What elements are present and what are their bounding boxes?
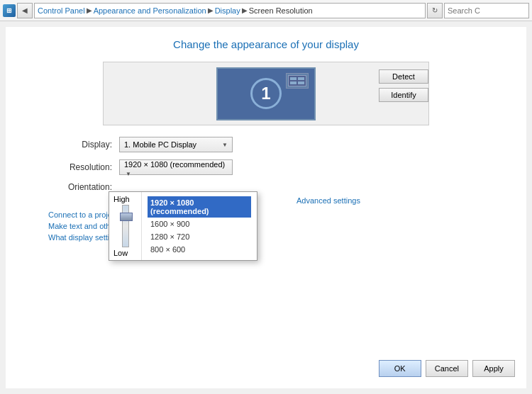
monitor-thumbnail bbox=[286, 73, 309, 89]
breadcrumb-current: Screen Resolution bbox=[249, 6, 313, 15]
display-dropdown[interactable]: 1. Mobile PC Display ▼ bbox=[119, 137, 233, 152]
thumb-cell-4 bbox=[298, 81, 304, 84]
resolution-row: Resolution: 1920 × 1080 (recommended) ▼ bbox=[48, 159, 512, 175]
display-row: Display: 1. Mobile PC Display ▼ bbox=[48, 137, 512, 152]
thumb-cell-2 bbox=[298, 77, 304, 80]
cancel-button[interactable]: Cancel bbox=[426, 360, 468, 377]
advanced-settings-link[interactable]: Advanced settings bbox=[297, 196, 512, 205]
thumb-cell-3 bbox=[290, 81, 297, 84]
breadcrumb-display[interactable]: Display bbox=[215, 6, 240, 15]
orientation-label: Orientation: bbox=[48, 182, 119, 192]
detect-button[interactable]: Detect bbox=[379, 69, 428, 84]
orientation-row: Orientation: bbox=[48, 182, 512, 192]
slider-high-label: High bbox=[111, 195, 130, 203]
settings-area: Display: 1. Mobile PC Display ▼ Resoluti… bbox=[48, 137, 512, 192]
resolution-dropdown-popup: High Low 1920 × 1080 (recommended) 1600 … bbox=[109, 191, 257, 261]
refresh-button[interactable]: ↻ bbox=[427, 3, 443, 18]
address-bar: ⊞ ◀ Control Panel ▶ Appearance and Perso… bbox=[0, 0, 532, 21]
main-content: Change the appearance of your display 1 … bbox=[6, 27, 526, 388]
display-value: 1. Mobile PC Display bbox=[124, 140, 196, 149]
resolution-option-0[interactable]: 1920 × 1080 (recommended) bbox=[148, 196, 251, 218]
resolution-slider-side: High Low bbox=[109, 192, 142, 260]
display-arrow-icon: ▼ bbox=[222, 142, 228, 148]
page-title: Change the appearance of your display bbox=[20, 38, 512, 50]
resolution-slider[interactable] bbox=[122, 205, 129, 247]
ok-button[interactable]: OK bbox=[379, 360, 421, 377]
monitor-graphic: 1 bbox=[216, 67, 316, 120]
resolution-options-list: 1920 × 1080 (recommended) 1600 × 900 128… bbox=[142, 192, 257, 260]
resolution-value: 1920 × 1080 (recommended) bbox=[124, 160, 225, 169]
apply-button[interactable]: Apply bbox=[472, 360, 515, 377]
slider-low-label: Low bbox=[111, 249, 128, 257]
monitor-thumb-inner bbox=[288, 75, 306, 86]
resolution-option-3[interactable]: 800 × 600 bbox=[148, 243, 251, 256]
display-preview: 1 Detect Identify bbox=[103, 62, 429, 125]
breadcrumb-control-panel[interactable]: Control Panel bbox=[38, 6, 85, 15]
back-button[interactable]: ◀ bbox=[17, 3, 33, 18]
breadcrumb: Control Panel ▶ Appearance and Personali… bbox=[34, 3, 426, 18]
monitor-number: 1 bbox=[250, 78, 282, 109]
bottom-buttons: OK Cancel Apply bbox=[379, 360, 515, 377]
search-input[interactable] bbox=[444, 3, 529, 18]
resolution-arrow-icon: ▼ bbox=[126, 171, 131, 177]
sep3: ▶ bbox=[242, 6, 248, 14]
slider-thumb[interactable] bbox=[120, 213, 133, 221]
display-label: Display: bbox=[48, 140, 119, 150]
thumb-cell-1 bbox=[290, 77, 297, 80]
resolution-option-1[interactable]: 1600 × 900 bbox=[148, 218, 251, 230]
windows-icon: ⊞ bbox=[3, 4, 16, 17]
sep1: ▶ bbox=[87, 6, 92, 14]
resolution-dropdown[interactable]: 1920 × 1080 (recommended) ▼ bbox=[119, 159, 233, 175]
breadcrumb-appearance[interactable]: Appearance and Personalization bbox=[94, 6, 206, 15]
sep2: ▶ bbox=[208, 6, 214, 14]
resolution-option-2[interactable]: 1280 × 720 bbox=[148, 230, 251, 243]
resolution-label: Resolution: bbox=[48, 162, 119, 172]
identify-button[interactable]: Identify bbox=[379, 88, 428, 102]
